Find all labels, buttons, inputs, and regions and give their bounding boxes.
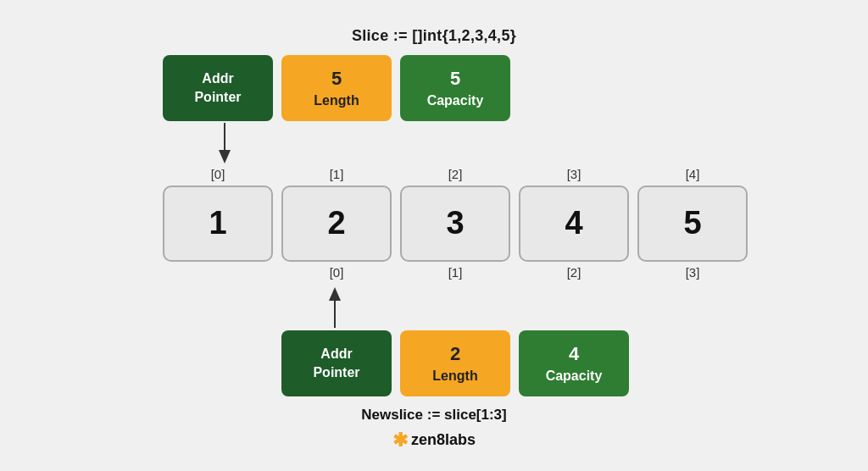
brand-star: ✱ xyxy=(392,429,408,452)
slice1-addr-box: AddrPointer xyxy=(163,55,273,121)
slice1-capacity-value: 5 xyxy=(450,66,460,91)
slice2-capacity-value: 4 xyxy=(569,341,579,367)
slice1-length-box: 5 Length xyxy=(281,55,392,121)
slice2-length-box: 2 Length xyxy=(400,330,510,396)
bottom-label: Newslice := slice[1:3] xyxy=(95,407,773,424)
canvas: AddrPointer 5 Length 5 Capacity [0] [1] … xyxy=(95,55,773,445)
full-diagram: Slice := []int{1,2,3,4,5} AddrPointer 5 … xyxy=(95,27,773,445)
array-cell-3: 4 xyxy=(519,186,629,262)
slice1-capacity-label: Capacity xyxy=(427,91,484,110)
svg-marker-1 xyxy=(219,150,231,163)
arrow-down-svg xyxy=(212,123,237,165)
svg-marker-3 xyxy=(329,287,341,301)
slice2-length-value: 2 xyxy=(450,341,460,367)
slice2-addr-label: AddrPointer xyxy=(313,345,359,381)
index-top-2: [2] xyxy=(400,167,510,181)
slice1-length-value: 5 xyxy=(331,66,342,91)
slice1-capacity-box: 5 Capacity xyxy=(400,55,510,121)
array-cell-2: 3 xyxy=(400,186,510,262)
index-top-4: [4] xyxy=(637,167,748,181)
slice1-length-label: Length xyxy=(314,91,359,110)
slice2-capacity-label: Capacity xyxy=(546,367,603,385)
index-bot-2: [2] xyxy=(519,265,629,280)
slice1-addr-label: AddrPointer xyxy=(194,69,241,106)
brand-text: zen8labs xyxy=(411,431,476,449)
slice2-capacity-box: 4 Capacity xyxy=(519,330,629,396)
arrow-up-svg xyxy=(322,285,348,328)
index-top-0: [0] xyxy=(163,167,273,181)
index-top-3: [3] xyxy=(519,167,629,181)
index-top-1: [1] xyxy=(281,167,392,181)
array-cell-1: 2 xyxy=(281,186,392,262)
brand: ✱ zen8labs xyxy=(95,429,773,452)
array-cell-4: 5 xyxy=(637,186,748,262)
slice2-addr-box: AddrPointer xyxy=(281,330,392,396)
top-label: Slice := []int{1,2,3,4,5} xyxy=(352,27,516,45)
slice2-length-label: Length xyxy=(432,367,477,385)
index-bot-3: [3] xyxy=(637,265,748,280)
index-bot-1: [1] xyxy=(400,265,510,280)
array-cell-0: 1 xyxy=(163,186,273,262)
index-bot-0: [0] xyxy=(281,265,392,280)
